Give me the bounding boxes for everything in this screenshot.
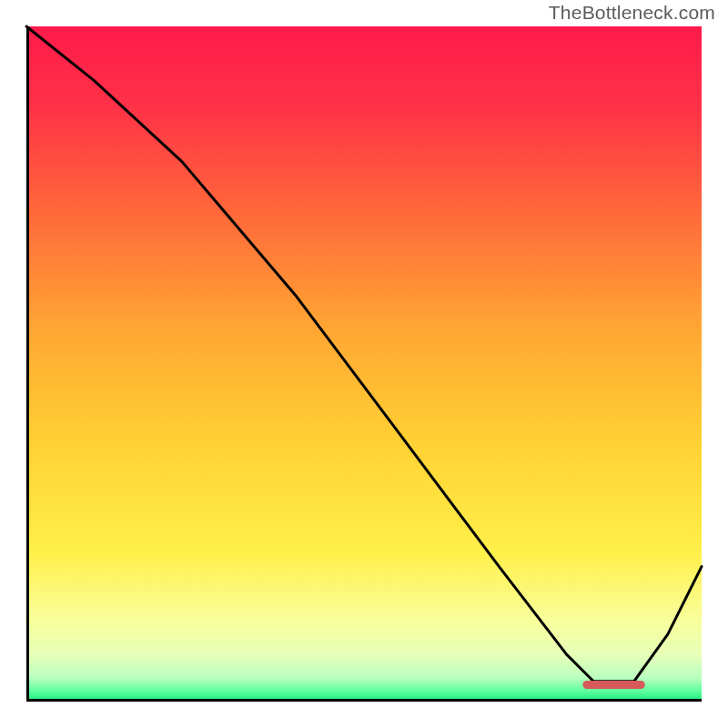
axes-frame (26, 26, 702, 702)
chart-container: TheBottleneck.com (0, 0, 728, 728)
watermark-label: TheBottleneck.com (549, 2, 715, 24)
